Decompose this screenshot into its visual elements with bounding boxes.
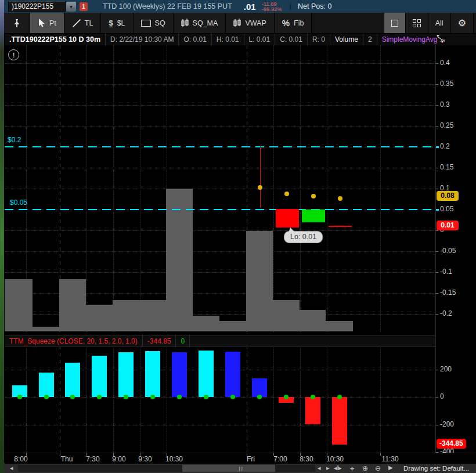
zoom-out-icon[interactable]: ⊖ [375,464,381,472]
v-gridline [380,45,381,332]
change-percent: -99.92% [262,6,282,12]
drawing-set-menu[interactable]: Drawing set: Default... [403,465,469,472]
grid-layout-button[interactable] [406,13,428,33]
symbol-dropdown-button[interactable]: ▾ [66,2,76,12]
fib-tool-button[interactable]: % Fib [275,13,312,33]
study-candles-icon [181,19,189,27]
v-gridline [300,45,301,332]
volume-bar [139,300,166,331]
scroll-right-icon[interactable]: ▸ [326,464,330,472]
zoom-in-icon[interactable]: ⊕ [362,464,368,472]
single-chart-layout-button[interactable] [384,13,406,33]
scrollbar-grip-icon [239,467,243,471]
price-axis-label: 0.35 [440,80,453,88]
study-candles-icon [233,19,241,27]
desktop-background-sliver [0,0,4,473]
price-axis-tick [436,251,438,252]
v-gridline [86,346,87,453]
instrument-description: TTD 100 (Weeklys) 22 FEB 19 155 PUT [103,2,232,10]
squeeze-histogram-bar [145,351,160,397]
ohlc-low: L: 0.01 [244,34,276,45]
volume-bar [113,300,139,331]
chart-symbol-timeframe[interactable]: .TTD190222P155 10 D 30m [5,34,106,45]
volume-bar [59,279,86,331]
price-axis-tick [436,230,438,231]
play-icon[interactable]: ▶ [388,464,393,471]
squeeze-histogram-bar [118,352,134,397]
v-gridline [140,346,140,453]
price-axis-label: -0.1 [440,268,452,276]
crosshair-icon[interactable]: ⌖ [350,464,354,473]
settings-button[interactable]: ⚙ [451,13,474,33]
squeeze-histogram-bar [225,352,240,397]
squeeze-plot[interactable] [5,346,435,453]
squeeze-zero-dot [257,395,262,399]
dollar-level-tool-button[interactable]: $ $L [101,13,133,33]
vwap-study-button[interactable]: VWAP [226,13,274,33]
vwap-label: VWAP [245,19,266,27]
volume-bar [193,316,219,331]
price-axis-label: 0.15 [440,163,453,171]
price-axis-tick [436,84,438,85]
trendline-label: TL [85,19,93,27]
v-gridline [167,346,167,453]
all-button[interactable]: All [428,13,451,33]
h-gridline [5,230,435,231]
v-gridline [247,346,247,453]
price-axis-label: -0.15 [440,288,456,297]
squeeze-axis-label: -200 [440,420,454,428]
chart-scrollbar[interactable] [18,465,315,472]
price-axis-tick [436,189,438,189]
pointer-tool-button[interactable]: Pt [30,13,64,33]
squeeze-histogram-bar [172,352,187,397]
trendline-icon [72,19,81,27]
squeeze-title[interactable]: TTM_Squeeze (CLOSE, 20, 1.5, 2.0, 1.0) [5,335,143,346]
squeeze-axis-tick [436,425,438,425]
squeeze-zero-dot [97,395,102,399]
auto-scroll-icon [435,34,447,45]
low-value-tooltip: Lo: 0.01 [284,231,323,243]
rectangle-icon [141,20,151,27]
bull-candle [302,210,325,222]
alert-badge[interactable]: 1 [80,2,88,11]
scroll-left-icon[interactable]: ◂ [318,464,321,472]
sma-dot [258,185,262,190]
last-price: .01 [244,2,256,12]
expand-icon[interactable]: ◂‖▸ [334,464,341,472]
v-gridline [380,346,381,453]
square-tool-button[interactable]: SQ [134,13,174,33]
scrollbar-left-arrow-icon[interactable]: ◂ [10,464,13,472]
squeeze-axis-label: 200 [440,365,452,373]
all-label: All [435,19,443,27]
pin-button[interactable] [4,13,30,33]
single-square-icon [391,20,398,27]
four-square-grid-icon [413,19,421,27]
volume-bar [273,300,300,331]
main-chart-plot[interactable]: ! $0.2 $0.05 Lo: 0.01 [5,45,435,332]
price-axis-tick [436,293,438,294]
h-gridline [5,272,435,273]
v-gridline [300,346,301,453]
squeeze-histogram-bar [39,373,54,397]
squeeze-zero-dot [337,395,342,399]
scrollbar-thumb[interactable] [182,465,275,472]
time-label: 11:30 [381,455,398,463]
price-badge: 0.08 [437,191,459,201]
h-gridline [5,397,435,398]
symbol-input[interactable]: )190222P155 [8,1,66,12]
price-axis-tick [436,105,438,106]
v-gridline [273,346,274,453]
trendline-tool-button[interactable]: TL [64,13,102,33]
layout-controls: All ⚙ [384,13,474,33]
price-axis[interactable]: 0.40.350.30.250.20.150.10.050-0.05-0.1-0… [435,45,476,463]
v-gridline [140,45,140,332]
squeeze-histogram-bar [332,397,347,445]
info-icon[interactable]: ! [8,49,19,60]
ohlc-high: H: 0.01 [212,34,244,45]
alert-level-label-upper: $0.2 [8,136,21,144]
squeeze-histogram-bar [92,356,107,397]
sqma-study-button[interactable]: SQ_MA [174,13,226,33]
ohlc-range: R: 0 [308,34,330,45]
squeeze-zero-dot [204,395,208,399]
price-axis-label: -0.2 [440,309,452,317]
